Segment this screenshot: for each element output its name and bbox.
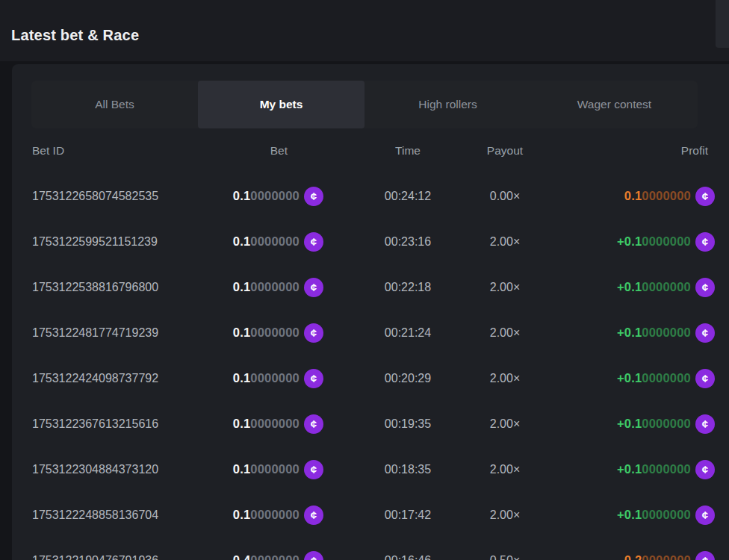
profit-value: +0.10000000 ¢ bbox=[617, 369, 715, 388]
bet-id-value: 1753122599521151239 bbox=[32, 235, 158, 249]
coin-icon: ¢ bbox=[304, 278, 323, 297]
coin-icon: ¢ bbox=[695, 187, 715, 206]
bet-time-value: 00:23:16 bbox=[356, 235, 460, 249]
tab-all-bets[interactable]: All Bets bbox=[31, 81, 198, 128]
column-header-profit: Profit bbox=[681, 144, 708, 158]
bet-time-value: 00:17:42 bbox=[356, 508, 460, 522]
coin-icon: ¢ bbox=[695, 414, 715, 434]
profit-value: +0.10000000 ¢ bbox=[617, 278, 715, 297]
bet-time-value: 00:22:18 bbox=[356, 281, 460, 294]
bet-amount: 0.10000000 ¢ bbox=[233, 414, 323, 434]
page-title: Latest bet & Race bbox=[11, 27, 139, 44]
top-right-panel-edge bbox=[716, 0, 729, 48]
bet-id-value: 1753122538816796800 bbox=[32, 281, 158, 294]
payout-multiplier-value: 0.00× bbox=[453, 190, 557, 203]
bet-amount: 0.10000000 ¢ bbox=[233, 505, 323, 525]
coin-icon: ¢ bbox=[304, 551, 323, 560]
column-header-time: Time bbox=[356, 144, 460, 158]
table-row[interactable]: 1753122304884373120 0.10000000 ¢ 00:18:3… bbox=[12, 447, 729, 492]
profit-value: +0.10000000 ¢ bbox=[617, 505, 715, 525]
coin-icon: ¢ bbox=[695, 369, 715, 388]
profit-value: +0.10000000 ¢ bbox=[617, 460, 715, 479]
table-row[interactable]: 1753122599521151239 0.10000000 ¢ 00:23:1… bbox=[12, 219, 729, 264]
bet-amount: 0.40000000 ¢ bbox=[233, 551, 323, 560]
payout-multiplier-value: 2.00× bbox=[453, 463, 557, 476]
bet-amount: 0.10000000 ¢ bbox=[233, 187, 323, 206]
payout-multiplier-value: 2.00× bbox=[453, 281, 557, 294]
coin-icon: ¢ bbox=[304, 414, 323, 434]
payout-multiplier-value: 2.00× bbox=[453, 326, 557, 340]
table-row[interactable]: 1753122248858136704 0.10000000 ¢ 00:17:4… bbox=[12, 492, 729, 538]
coin-icon: ¢ bbox=[695, 551, 715, 560]
payout-multiplier-value: 2.00× bbox=[453, 235, 557, 249]
bet-amount: 0.10000000 ¢ bbox=[233, 323, 323, 343]
bet-time-value: 00:20:29 bbox=[356, 372, 460, 385]
coin-icon: ¢ bbox=[304, 505, 323, 525]
column-header-bet: Bet bbox=[270, 144, 288, 158]
coin-icon: ¢ bbox=[695, 278, 715, 297]
bet-amount: 0.10000000 ¢ bbox=[233, 232, 323, 252]
bet-id-value: 1753122658074582535 bbox=[32, 190, 158, 203]
profit-value: +0.10000000 ¢ bbox=[617, 323, 715, 343]
coin-icon: ¢ bbox=[304, 187, 323, 206]
bet-time-value: 00:21:24 bbox=[356, 326, 460, 340]
bet-time-value: 00:19:35 bbox=[356, 417, 460, 431]
coin-icon: ¢ bbox=[304, 323, 323, 343]
bets-tab-bar: All Bets My bets High rollers Wager cont… bbox=[31, 81, 698, 128]
tab-high-rollers[interactable]: High rollers bbox=[364, 81, 531, 128]
table-row[interactable]: 1753122424098737792 0.10000000 ¢ 00:20:2… bbox=[12, 355, 729, 401]
bets-table-body: 1753122658074582535 0.10000000 ¢ 00:24:1… bbox=[12, 173, 729, 560]
bet-amount: 0.10000000 ¢ bbox=[233, 460, 323, 479]
bet-amount: 0.10000000 ¢ bbox=[233, 369, 323, 388]
payout-multiplier-value: 0.50× bbox=[453, 554, 557, 560]
bet-id-value: 1753122304884373120 bbox=[32, 463, 158, 476]
coin-icon: ¢ bbox=[695, 323, 715, 343]
bet-time-value: 00:24:12 bbox=[356, 190, 460, 203]
profit-value: 0.10000000 ¢ bbox=[624, 187, 715, 206]
bet-amount: 0.10000000 ¢ bbox=[233, 278, 323, 297]
table-header-row: Bet ID Bet Time Payout Profit bbox=[12, 128, 729, 173]
bet-time-value: 00:16:46 bbox=[356, 554, 460, 560]
column-header-payout: Payout bbox=[453, 144, 557, 158]
column-header-bet-id: Bet ID bbox=[32, 144, 64, 158]
coin-icon: ¢ bbox=[304, 460, 323, 479]
bets-panel: All Bets My bets High rollers Wager cont… bbox=[12, 64, 729, 560]
coin-icon: ¢ bbox=[695, 232, 715, 252]
tab-my-bets[interactable]: My bets bbox=[198, 81, 364, 128]
payout-multiplier-value: 2.00× bbox=[453, 417, 557, 431]
bet-id-value: 1753122248858136704 bbox=[32, 508, 158, 522]
profit-value: 0.20000000 ¢ bbox=[624, 551, 715, 560]
bet-id-value: 1753122190476791936 bbox=[32, 554, 158, 560]
coin-icon: ¢ bbox=[304, 369, 323, 388]
coin-icon: ¢ bbox=[695, 505, 715, 525]
profit-value: +0.10000000 ¢ bbox=[617, 232, 715, 252]
bet-id-value: 1753122424098737792 bbox=[32, 372, 158, 385]
payout-multiplier-value: 2.00× bbox=[453, 508, 557, 522]
table-row[interactable]: 1753122481774719239 0.10000000 ¢ 00:21:2… bbox=[12, 310, 729, 355]
payout-multiplier-value: 2.00× bbox=[453, 372, 557, 385]
coin-icon: ¢ bbox=[695, 460, 715, 479]
bet-id-value: 1753122481774719239 bbox=[32, 326, 158, 340]
table-row[interactable]: 1753122367613215616 0.10000000 ¢ 00:19:3… bbox=[12, 401, 729, 447]
table-row[interactable]: 1753122190476791936 0.40000000 ¢ 00:16:4… bbox=[12, 538, 729, 560]
bet-time-value: 00:18:35 bbox=[356, 463, 460, 476]
bet-id-value: 1753122367613215616 bbox=[32, 417, 158, 431]
tab-wager-contest[interactable]: Wager contest bbox=[531, 81, 698, 128]
page-header: Latest bet & Race bbox=[0, 0, 729, 61]
table-row[interactable]: 1753122538816796800 0.10000000 ¢ 00:22:1… bbox=[12, 264, 729, 310]
profit-value: +0.10000000 ¢ bbox=[617, 414, 715, 434]
table-row[interactable]: 1753122658074582535 0.10000000 ¢ 00:24:1… bbox=[12, 173, 729, 219]
coin-icon: ¢ bbox=[304, 232, 323, 252]
